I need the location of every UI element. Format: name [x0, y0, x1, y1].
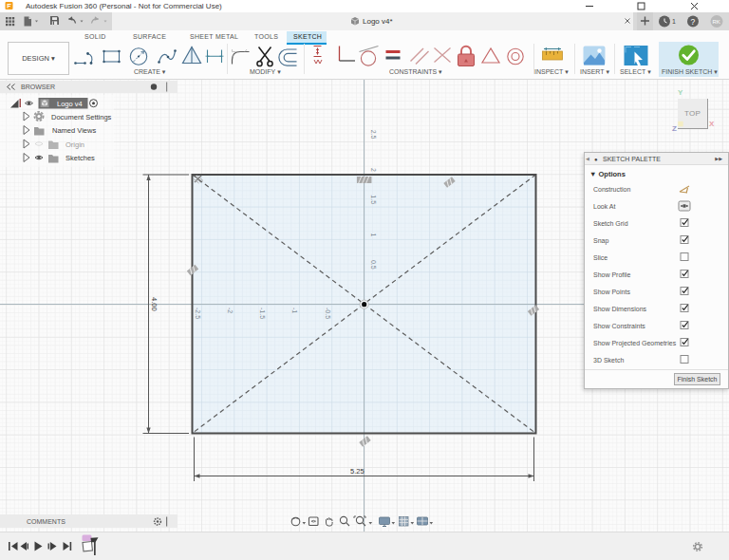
- svg-text:Look At: Look At: [593, 203, 615, 210]
- svg-text:5.25: 5.25: [350, 467, 364, 476]
- svg-text:Origin: Origin: [65, 140, 84, 149]
- svg-text:4.00: 4.00: [150, 297, 159, 311]
- svg-text:1: 1: [370, 233, 377, 236]
- svg-text:Construction: Construction: [593, 186, 630, 193]
- svg-text:Show Constraints: Show Constraints: [593, 323, 645, 329]
- svg-text:Show Dimensions: Show Dimensions: [593, 306, 647, 312]
- svg-text:Slice: Slice: [593, 254, 608, 261]
- svg-text:-1: -1: [291, 308, 298, 313]
- svg-text:Snap: Snap: [593, 237, 608, 245]
- svg-text:-2: -2: [227, 308, 234, 313]
- svg-text:2.5: 2.5: [370, 130, 377, 140]
- svg-text:Logo v4: Logo v4: [57, 100, 83, 108]
- svg-text:Show Points: Show Points: [593, 289, 630, 295]
- svg-text:-0.5: -0.5: [325, 308, 331, 319]
- svg-text:Named Views: Named Views: [52, 126, 96, 135]
- svg-text:-1.5: -1.5: [259, 308, 266, 319]
- svg-text:3D Sketch: 3D Sketch: [593, 357, 624, 364]
- svg-text:RK: RK: [713, 19, 720, 25]
- svg-text:1: 1: [672, 18, 676, 25]
- svg-text:-2.5: -2.5: [195, 308, 201, 319]
- svg-text:Show Projected Geometries: Show Projected Geometries: [593, 340, 677, 347]
- svg-text:Sketch Grid: Sketch Grid: [593, 220, 628, 227]
- svg-text:0.5: 0.5: [370, 260, 377, 270]
- svg-text:?: ?: [691, 17, 696, 27]
- svg-text:Sketches: Sketches: [65, 154, 95, 162]
- svg-text:Document Settings: Document Settings: [51, 113, 112, 121]
- svg-text:2: 2: [370, 168, 377, 172]
- svg-text:1.5: 1.5: [370, 195, 377, 204]
- svg-text:Show Profile: Show Profile: [593, 271, 630, 278]
